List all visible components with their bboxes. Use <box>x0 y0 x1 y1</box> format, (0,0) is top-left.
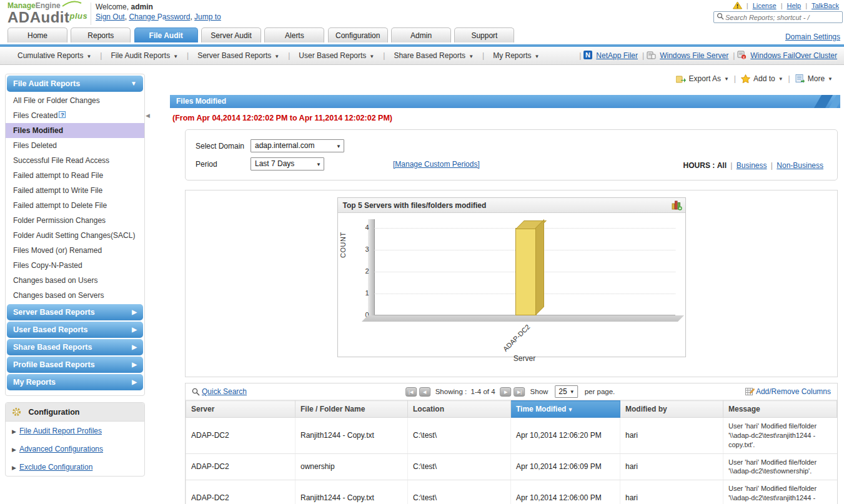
chart-title: Top 5 Servers with files/folders modifie… <box>343 201 487 210</box>
menu-cumulative-reports[interactable]: Cumulative Reports▼ <box>17 51 91 60</box>
windows-file-server-link[interactable]: Windows File Server <box>660 51 728 60</box>
column-header-modified-by[interactable]: Modified by <box>620 401 723 418</box>
menu-share-based-reports[interactable]: Share Based Reports▼ <box>394 51 474 60</box>
tab-home[interactable]: Home <box>7 27 67 42</box>
domain-settings-link[interactable]: Domain Settings <box>785 32 840 41</box>
sidebar-item-failed-read[interactable]: Failed attempt to Read File <box>6 168 144 183</box>
talkback-link[interactable]: TalkBack <box>812 2 839 9</box>
sidebar-section-file-audit-reports[interactable]: File Audit Reports▼ <box>7 76 143 92</box>
welcome-label: Welcome, <box>96 2 129 11</box>
menu-file-audit-reports[interactable]: File Audit Reports▼ <box>111 51 178 60</box>
select-domain-label: Select Domain <box>196 142 251 151</box>
column-header-time-modified[interactable]: Time Modified▼ <box>511 401 620 418</box>
primary-tabs: Home Reports File Audit Server Audit Ale… <box>0 27 844 44</box>
column-header-server[interactable]: Server <box>186 401 295 418</box>
menu-user-based-reports[interactable]: User Based Reports▼ <box>299 51 374 60</box>
add-to-button[interactable]: Add to▼ <box>741 74 783 83</box>
sidebar-item-all-file-or-folder-changes[interactable]: All File or Folder Changes <box>6 93 144 108</box>
first-page-button[interactable]: |◀ <box>405 387 417 397</box>
sidebar-item-failed-write[interactable]: Failed attempt to Write File <box>6 183 144 198</box>
showing-range: 1-4 of 4 <box>471 388 495 395</box>
chevron-down-icon: ▼ <box>469 54 474 59</box>
sidebar-item-failed-delete[interactable]: Failed attempt to Delete File <box>6 198 144 213</box>
sidebar-item-changes-based-on-servers[interactable]: Changes based on Servers <box>6 288 144 303</box>
chevron-right-icon: ▶ <box>132 304 137 320</box>
column-header-location[interactable]: Location <box>408 401 511 418</box>
help-link[interactable]: Help <box>787 2 802 9</box>
report-date-range: (From Apr 04,2014 12:02:02 PM to Apr 11,… <box>170 108 840 122</box>
cell-by: hari <box>620 418 723 454</box>
netapp-filer-link[interactable]: NetApp Filer <box>596 51 638 60</box>
chart-panel: Top 5 Servers with files/folders modifie… <box>185 190 838 377</box>
next-page-button[interactable]: ▶ <box>500 387 512 397</box>
tab-file-audit[interactable]: File Audit <box>134 27 198 42</box>
svg-text:N: N <box>585 51 590 59</box>
export-as-button[interactable]: Export As▼ <box>676 74 729 83</box>
page-size-select[interactable]: 25▼ <box>555 385 577 398</box>
sidebar-collapse-handle[interactable]: ◀ <box>146 104 151 127</box>
sidebar-item-folder-permission-changes[interactable]: Folder Permission Changes <box>6 213 144 228</box>
column-header-message[interactable]: Message <box>723 401 837 418</box>
pagination: |◀ ◀ Showing : 1-4 of 4 ▶ ▶| Show 25▼ pe… <box>404 385 619 398</box>
hours-business-link[interactable]: Business <box>737 161 767 170</box>
content-area: Export As▼ | Add to▼ | More▼ Files Modif… <box>170 65 840 504</box>
tab-admin[interactable]: Admin <box>391 27 451 42</box>
more-button[interactable]: More▼ <box>795 74 833 83</box>
sidebar-item-files-modified[interactable]: Files Modified <box>6 123 144 138</box>
quick-search-button[interactable]: Quick Search <box>192 387 247 396</box>
cell-time: Apr 10,2014 12:06:09 PM <box>511 453 620 480</box>
period-select[interactable]: Last 7 Days▼ <box>251 157 324 170</box>
config-link-advanced-configurations[interactable]: ▶Advanced Configurations <box>6 440 144 458</box>
cell-file: Ranjith1244 - Copy.txt <box>295 418 408 454</box>
sidebar-item-files-created[interactable]: Files Created? <box>6 108 144 123</box>
y-tick: 2 <box>358 267 369 275</box>
cell-message: User 'hari' Modified file/folder '\\adap… <box>723 418 837 454</box>
sidebar-section-user-based-reports[interactable]: User Based Reports▶ <box>7 322 143 338</box>
reports-menubar: Cumulative Reports▼ | File Audit Reports… <box>0 47 844 65</box>
sidebar-item-changes-based-on-users[interactable]: Changes based on Users <box>6 273 144 288</box>
tab-configuration[interactable]: Configuration <box>328 27 388 42</box>
column-header-file-folder-name[interactable]: File / Folder Name <box>295 401 408 418</box>
sidebar-item-files-copy-n-pasted[interactable]: Files Copy-N-Pasted <box>6 258 144 273</box>
last-page-button[interactable]: ▶| <box>514 387 525 397</box>
chevron-down-icon: ▼ <box>570 387 575 398</box>
tab-reports[interactable]: Reports <box>71 27 131 42</box>
warning-icon[interactable] <box>733 3 744 11</box>
chevron-down-icon: ▼ <box>778 76 783 82</box>
manage-custom-periods-link[interactable]: [Manage Custom Periods] <box>393 160 480 169</box>
cell-location: C:\test\ <box>408 480 511 504</box>
menu-my-reports[interactable]: My Reports▼ <box>493 51 539 60</box>
sidebar: File Audit Reports▼ All File or Folder C… <box>5 74 145 477</box>
sidebar-item-folder-audit-setting-changes[interactable]: Folder Audit Setting Changes(SACL) <box>6 228 144 243</box>
export-icon <box>676 74 686 83</box>
sidebar-item-successful-file-read-access[interactable]: Successful File Read Access <box>6 153 144 168</box>
per-page-label: per page. <box>585 388 615 395</box>
sidebar-section-profile-based-reports[interactable]: Profile Based Reports▶ <box>7 357 143 373</box>
hours-nonbusiness-link[interactable]: Non-Business <box>777 161 823 170</box>
tab-alerts[interactable]: Alerts <box>264 27 324 42</box>
sidebar-section-share-based-reports[interactable]: Share Based Reports▶ <box>7 339 143 355</box>
sidebar-item-files-moved-renamed[interactable]: Files Moved (or) Renamed <box>6 243 144 258</box>
sidebar-section-my-reports[interactable]: My Reports▶ <box>7 374 143 390</box>
config-link-exclude-configuration[interactable]: ▶Exclude Configuration <box>6 458 144 476</box>
jump-to-link[interactable]: Jump to <box>194 12 221 21</box>
windows-failover-cluster-link[interactable]: Windows FailOver Cluster <box>750 51 837 60</box>
menu-server-based-reports[interactable]: Server Based Reports▼ <box>197 51 279 60</box>
more-icon <box>795 74 805 83</box>
help-icon[interactable]: ? <box>59 111 66 118</box>
tab-support[interactable]: Support <box>454 27 514 42</box>
domain-select[interactable]: adap.internal.com▼ <box>251 139 344 152</box>
prev-page-button[interactable]: ◀ <box>419 387 430 397</box>
config-link-file-audit-report-profiles[interactable]: ▶File Audit Report Profiles <box>6 422 144 440</box>
tab-server-audit[interactable]: Server Audit <box>201 27 261 42</box>
chevron-down-icon: ▼ <box>86 54 91 59</box>
sign-out-link[interactable]: Sign Out <box>96 12 125 21</box>
sidebar-section-server-based-reports[interactable]: Server Based Reports▶ <box>7 304 143 320</box>
cell-by: hari <box>620 480 723 504</box>
license-link[interactable]: License <box>753 2 777 9</box>
hours-all[interactable]: All <box>717 161 727 170</box>
sidebar-item-files-deleted[interactable]: Files Deleted <box>6 138 144 153</box>
add-remove-columns-button[interactable]: Add/Remove Columns <box>745 387 831 396</box>
active-tab-notch <box>157 19 166 23</box>
search-input[interactable] <box>724 13 840 22</box>
